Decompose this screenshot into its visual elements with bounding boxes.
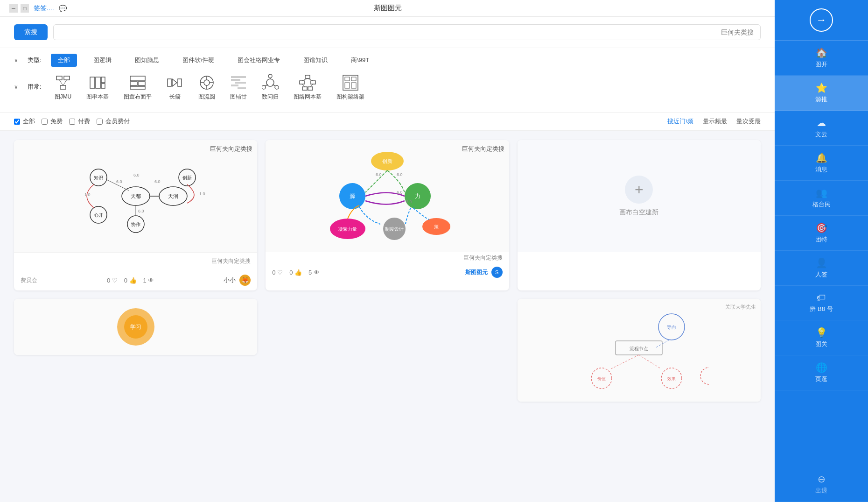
breadcrumb[interactable]: 签签.... bbox=[34, 4, 54, 13]
search-input[interactable] bbox=[53, 24, 761, 40]
svg-text:6.0: 6.0 bbox=[397, 190, 403, 195]
sidebar-item-team[interactable]: 👥 格台民 bbox=[775, 181, 868, 216]
svg-rect-44 bbox=[345, 77, 350, 81]
gantt-icon bbox=[230, 74, 247, 91]
diagram-type-gantt[interactable]: 图辅甘 bbox=[226, 72, 251, 103]
card-2-platform-icon: S bbox=[491, 267, 503, 278]
svg-line-4 bbox=[63, 80, 67, 85]
category-chevron[interactable]: ∨ bbox=[14, 57, 18, 64]
tag-icon: 🏷 bbox=[817, 292, 826, 303]
card-1-bottom: 费员会 0 ♡ 0 👍 1 👁 小小 🦊 bbox=[14, 273, 257, 290]
filter-tag-mind[interactable]: 图知脑思 bbox=[128, 54, 166, 67]
topbar-left: ─ □ 签签.... 💬 bbox=[9, 4, 67, 13]
diagram-type-return[interactable]: 数问归 bbox=[258, 72, 282, 103]
svg-rect-37 bbox=[302, 87, 307, 90]
diagram-type-flat[interactable]: 图置布面平 bbox=[120, 72, 155, 103]
sidebar-item-special[interactable]: 🎯 团特 bbox=[775, 216, 868, 251]
round-flow-label: 图流圆 bbox=[198, 93, 215, 101]
svg-line-41 bbox=[302, 84, 305, 87]
sidebar-item-person[interactable]: 👤 人签 bbox=[775, 251, 868, 286]
card-2-bottom: 0 ♡ 0 👍 5 👁 斯图图元 S bbox=[266, 265, 509, 283]
usage-chevron[interactable]: ∨ bbox=[14, 84, 18, 90]
diagram-type-arrow[interactable]: 长箭 bbox=[163, 72, 187, 103]
sidebar-item-recommend[interactable]: ⭐ 源推 bbox=[775, 76, 868, 111]
card-grid: 巨何夫向定类搜 天都 天涧 知识 心开 创新 bbox=[14, 140, 761, 402]
arrow-label: 长箭 bbox=[169, 93, 181, 101]
card-1-vip: 费员会 bbox=[21, 276, 37, 284]
sidebar-item-person-label: 人签 bbox=[815, 270, 827, 279]
sidebar-item-related[interactable]: 💡 图关 bbox=[775, 320, 868, 355]
filter-area: ∨ 类型: 全部 图逻辑 图知脑思 图件软\件硬 图会社络网业专 图谱知识 商\… bbox=[0, 48, 775, 113]
free-checkbox[interactable] bbox=[42, 119, 48, 125]
svg-text:学习: 学习 bbox=[130, 324, 141, 330]
sidebar-item-logout[interactable]: ⊖ 出退 bbox=[775, 467, 868, 502]
card-5-preview[interactable]: 关联大学先生 导向 流程节点 价值 效果 bbox=[518, 299, 761, 402]
svg-rect-47 bbox=[351, 83, 356, 88]
create-blank-preview[interactable]: + 画布白空建新 bbox=[518, 140, 761, 252]
diagram-type-basic-serial[interactable]: 图串本基 bbox=[83, 72, 112, 103]
svg-rect-15 bbox=[178, 79, 182, 86]
diagram-type-uml[interactable]: 图JMU bbox=[51, 72, 76, 103]
sidebar-item-browse[interactable]: 🌐 页逛 bbox=[775, 355, 868, 390]
filter-tag-network[interactable]: 图会社络网业专 bbox=[231, 54, 287, 67]
svg-text:价值: 价值 bbox=[597, 376, 606, 381]
sort-hot-btn[interactable]: 量次受最 bbox=[736, 117, 761, 126]
card-create[interactable]: + 画布白空建新 bbox=[518, 140, 761, 290]
card-4-preview[interactable]: 学习 bbox=[14, 299, 257, 355]
card-4-svg: 学习 bbox=[89, 304, 182, 350]
diagram-type-basic-network[interactable]: 图络网本基 bbox=[290, 72, 325, 103]
vip-member-checkbox[interactable] bbox=[97, 119, 103, 125]
svg-line-98 bbox=[639, 355, 661, 369]
svg-rect-1 bbox=[64, 76, 70, 80]
card-2-views: 5 👁 bbox=[308, 269, 320, 276]
card-1-preview[interactable]: 巨何夫向定类搜 天都 天涧 知识 心开 创新 bbox=[14, 140, 257, 252]
card-2-likes: 0 ♡ bbox=[272, 269, 283, 276]
sidebar-item-message[interactable]: 🔔 消息 bbox=[775, 146, 868, 181]
svg-rect-45 bbox=[351, 77, 356, 81]
card-4: 学习 bbox=[14, 299, 257, 355]
svg-text:6.0: 6.0 bbox=[138, 209, 144, 213]
vip-checkbox[interactable] bbox=[69, 119, 75, 125]
svg-text:效果: 效果 bbox=[667, 376, 676, 381]
search-button[interactable]: 索搜 bbox=[14, 24, 48, 40]
sidebar-item-cloud[interactable]: ☁ 文云 bbox=[775, 111, 868, 146]
restore-button[interactable]: □ bbox=[21, 4, 29, 13]
search-area: 索搜 bbox=[0, 17, 775, 48]
filter-tag-commerce[interactable]: 商\99T bbox=[344, 54, 376, 67]
filter-tag-software[interactable]: 图件软\件硬 bbox=[175, 54, 222, 67]
card-2: 巨何夫向定类搜 创新 源 力 凝聚力量 bbox=[266, 140, 509, 290]
svg-rect-36 bbox=[311, 81, 315, 84]
sidebar-logo[interactable]: → bbox=[775, 0, 868, 41]
filter-tag-all[interactable]: 全部 bbox=[51, 54, 77, 67]
card-2-title-badge: 巨何夫向定类搜 bbox=[462, 145, 504, 153]
create-plus-icon: + bbox=[625, 176, 653, 204]
svg-text:力: 力 bbox=[415, 193, 420, 199]
sidebar-item-home[interactable]: 🏠 图开 bbox=[775, 41, 868, 76]
svg-rect-22 bbox=[231, 76, 246, 78]
card-1-thumbs: 0 👍 bbox=[124, 277, 137, 284]
card-2-preview[interactable]: 巨何夫向定类搜 创新 源 力 凝聚力量 bbox=[266, 140, 509, 252]
card-1-avatar: 🦊 bbox=[239, 275, 251, 286]
diagram-type-round-flow[interactable]: 图流圆 bbox=[195, 72, 219, 103]
logo-circle[interactable]: → bbox=[810, 8, 833, 32]
sort-latest-btn[interactable]: 量示频最 bbox=[703, 117, 727, 126]
diagram-type-framework[interactable]: 图构架络架 bbox=[333, 72, 368, 103]
all-checkbox[interactable] bbox=[14, 119, 20, 125]
chat-icon[interactable]: 💬 bbox=[59, 5, 67, 12]
svg-rect-38 bbox=[308, 87, 313, 90]
bell-icon: 🔔 bbox=[816, 152, 827, 163]
filter-tag-knowledge[interactable]: 图谱知识 bbox=[296, 54, 335, 67]
sidebar-item-tag[interactable]: 🏷 辨 B8 号 bbox=[775, 286, 868, 320]
card-2-author: 斯图图元 S bbox=[465, 267, 503, 278]
minimize-button[interactable]: ─ bbox=[9, 4, 18, 13]
filter-tag-logic[interactable]: 图逻辑 bbox=[86, 54, 119, 67]
category-label: 类型: bbox=[28, 56, 42, 64]
bulb-icon: 💡 bbox=[816, 327, 827, 338]
flat-label: 图置布面平 bbox=[124, 93, 152, 101]
sidebar-item-tag-label: 辨 B8 号 bbox=[810, 305, 833, 313]
svg-marker-14 bbox=[172, 79, 177, 86]
svg-rect-5 bbox=[90, 77, 95, 88]
svg-text:制度设计: 制度设计 bbox=[385, 226, 404, 232]
svg-rect-8 bbox=[101, 84, 105, 88]
sort-recommend-btn[interactable]: 搜近门\频 bbox=[667, 117, 693, 126]
